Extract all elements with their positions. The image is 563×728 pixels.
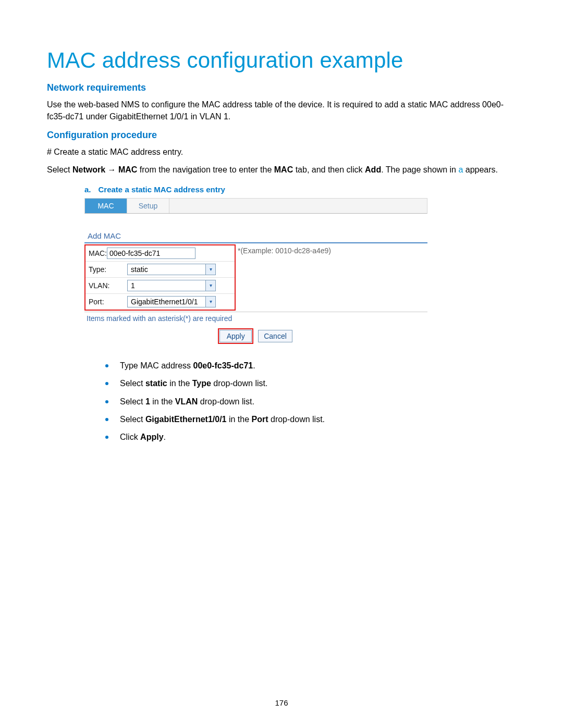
tab-setup[interactable]: Setup [127,199,169,213]
step-text: drop-down list. [211,379,268,388]
step-5: Click Apply. [105,431,516,443]
instr-arrow: → [105,165,118,174]
chevron-down-icon: ▾ [205,297,215,307]
chevron-down-icon: ▾ [205,280,215,291]
step-text: . [253,361,255,370]
instr-network: Network [72,165,105,174]
screenshot-add-mac: MAC Setup Add MAC MAC: Type: [84,198,427,347]
port-select-value: GigabitEthernet1/0/1 [130,298,198,306]
step-text: Select [120,415,145,424]
tab-bar: MAC Setup [84,198,427,214]
add-mac-section-label: Add MAC [84,231,427,240]
mac-example-hint: *(Example: 0010-dc28-a4e9) [238,246,331,255]
configuration-procedure-heading: Configuration procedure [47,130,516,141]
mac-input[interactable] [107,248,195,259]
step-text: Type MAC address [120,361,193,370]
step-bold: VLAN [175,397,198,406]
step-bold: static [145,379,167,388]
procedure-steps: Type MAC address 00e0-fc35-dc71. Select … [105,360,516,443]
button-row: Apply Cancel [84,328,427,347]
instr-add: Add [365,165,381,174]
tab-mac[interactable]: MAC [85,199,127,213]
instr-link-a[interactable]: a [458,165,463,174]
instr-mid2: tab, and then click [293,165,365,174]
vlan-select[interactable]: 1 ▾ [127,280,216,291]
step-1: Type MAC address 00e0-fc35-dc71. [105,360,516,372]
vlan-select-value: 1 [130,281,135,290]
instr-post: . The page shown in [381,165,458,174]
figure-caption-text: Create a static MAC address entry [99,185,225,194]
step-text: Click [120,433,140,441]
instr-mid: from the navigation tree to enter the [137,165,274,174]
step-bold: Apply [140,433,163,441]
port-label: Port: [85,298,127,306]
instr-pre: Select [47,165,72,174]
highlighted-form-box: MAC: Type: static ▾ [84,244,236,311]
step-text: Select [120,397,145,406]
instr-end: appears. [463,165,498,174]
vlan-label: VLAN: [85,281,127,290]
figure-number: a. [84,185,91,194]
instr-tab: MAC [274,165,293,174]
step-4: Select GigabitEthernet1/0/1 in the Port … [105,414,516,425]
step-text: drop-down list. [198,397,254,406]
apply-button[interactable]: Apply [219,330,252,342]
mac-label: MAC: [85,249,107,257]
form-wrapper: MAC: Type: static ▾ [84,242,427,312]
step-bold: Type [192,379,211,388]
figure-caption: a.Create a static MAC address entry [84,185,516,194]
step-bold: Port [252,415,268,424]
step-text: drop-down list. [268,415,325,424]
create-entry-comment: # Create a static MAC address entry. [47,146,516,158]
step-text: in the [167,379,192,388]
page-title: MAC address configuration example [47,48,516,73]
step-2: Select static in the Type drop-down list… [105,378,516,389]
step-text: Select [120,379,145,388]
step-text: in the [227,415,252,424]
step-bold: 1 [145,397,150,406]
navigation-instruction: Select Network → MAC from the navigation… [47,164,516,176]
step-text: . [164,433,166,441]
type-select-value: static [130,265,148,274]
network-requirements-heading: Network requirements [47,82,516,93]
chevron-down-icon: ▾ [205,264,215,275]
page-number: 176 [0,698,563,707]
type-label: Type: [85,265,127,274]
instr-mac: MAC [118,165,137,174]
step-3: Select 1 in the VLAN drop-down list. [105,396,516,408]
cancel-button[interactable]: Cancel [258,330,292,342]
port-select[interactable]: GigabitEthernet1/0/1 ▾ [127,296,216,307]
step-text: in the [150,397,175,406]
type-select[interactable]: static ▾ [127,264,216,275]
step-bold: GigabitEthernet1/0/1 [145,415,227,424]
network-requirements-body: Use the web-based NMS to configure the M… [47,98,516,122]
required-fields-note: Items marked with an asterisk(*) are req… [87,314,427,323]
step-bold: 00e0-fc35-dc71 [193,361,253,370]
